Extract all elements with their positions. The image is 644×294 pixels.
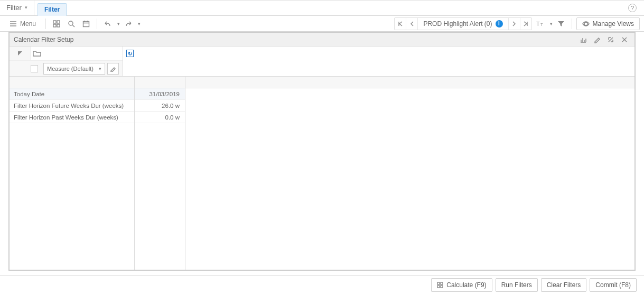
menu-button-label: Menu bbox=[20, 20, 36, 27]
alert-last-icon[interactable] bbox=[520, 18, 531, 30]
svg-point-4 bbox=[69, 21, 73, 25]
refresh-icon[interactable]: ↻ bbox=[126, 50, 134, 57]
clear-filters-button[interactable]: Clear Filters bbox=[541, 278, 587, 292]
layout-icon[interactable] bbox=[50, 17, 63, 30]
svg-rect-11 bbox=[437, 286, 440, 288]
svg-rect-10 bbox=[441, 282, 443, 284]
footer-actions: Calculate (F9) Run Filters Clear Filters… bbox=[0, 275, 644, 294]
column-header-values bbox=[135, 77, 185, 88]
help-icon[interactable]: ? bbox=[628, 4, 637, 12]
svg-rect-12 bbox=[441, 286, 443, 288]
chevron-down-icon: ▾ bbox=[25, 5, 27, 10]
undo-dropdown-icon[interactable]: ▾ bbox=[117, 21, 120, 26]
manage-views-label: Manage Views bbox=[593, 20, 634, 27]
commit-button[interactable]: Commit (F8) bbox=[590, 278, 637, 292]
svg-point-8 bbox=[584, 22, 587, 25]
measure-selector[interactable]: Measure (Default) ▾ bbox=[43, 63, 105, 75]
run-filters-label: Run Filters bbox=[501, 281, 532, 289]
edit-icon[interactable] bbox=[591, 34, 603, 45]
alert-first-icon[interactable] bbox=[395, 18, 406, 30]
info-icon: i bbox=[496, 20, 503, 27]
tab-filter-label: Filter bbox=[44, 6, 60, 13]
folder-icon[interactable] bbox=[31, 47, 123, 60]
manage-views-button[interactable]: Manage Views bbox=[576, 17, 640, 30]
cell-value[interactable]: 26.0 w bbox=[135, 100, 185, 112]
tab-group-text: Filter bbox=[6, 4, 22, 12]
grid-header-area: Measure (Default) ▾ ↻ bbox=[10, 47, 634, 77]
panel: Calendar Filter Setup bbox=[8, 32, 636, 271]
cell-value[interactable]: 0.0 w bbox=[135, 112, 185, 123]
redo-dropdown-icon[interactable]: ▾ bbox=[138, 21, 141, 26]
toolbar: Menu ▾ ▾ PROD Highlight Alert (0) i bbox=[0, 16, 644, 32]
redo-icon[interactable] bbox=[122, 17, 135, 30]
toolbar-right: PROD Highlight Alert (0) i TT ▾ Manage V… bbox=[394, 17, 640, 30]
tab-group-label[interactable]: Filter ▾ bbox=[0, 0, 34, 15]
alert-label-text: PROD Highlight Alert (0) bbox=[423, 20, 492, 27]
cell-value[interactable]: 31/03/2019 bbox=[135, 88, 185, 100]
chevron-down-icon: ▾ bbox=[99, 66, 101, 71]
tab-strip: Filter ▾ Filter ? bbox=[0, 0, 644, 16]
separator bbox=[45, 19, 46, 29]
tab-filter[interactable]: Filter bbox=[38, 3, 67, 16]
svg-rect-0 bbox=[53, 21, 56, 23]
edit-measure-icon[interactable] bbox=[107, 63, 119, 75]
row-label[interactable]: Filter Horizon Past Weeks Dur (weeks) bbox=[10, 112, 134, 123]
expand-icon[interactable] bbox=[605, 34, 617, 45]
svg-rect-2 bbox=[53, 24, 56, 27]
row-label[interactable]: Filter Horizon Future Weeks Dur (weeks) bbox=[10, 100, 134, 112]
row-label[interactable]: Today Date bbox=[10, 88, 134, 100]
measure-selector-label: Measure (Default) bbox=[47, 66, 94, 72]
funnel-filter-icon[interactable] bbox=[555, 17, 567, 30]
undo-icon[interactable] bbox=[101, 17, 114, 30]
panel-title-bar: Calendar Filter Setup bbox=[10, 33, 634, 47]
separator bbox=[97, 19, 97, 29]
clear-filters-label: Clear Filters bbox=[547, 281, 581, 289]
svg-rect-9 bbox=[437, 282, 440, 284]
svg-rect-1 bbox=[57, 21, 60, 23]
run-filters-button[interactable]: Run Filters bbox=[496, 278, 538, 292]
alert-navigator: PROD Highlight Alert (0) i bbox=[394, 17, 531, 30]
commit-label: Commit (F8) bbox=[595, 281, 631, 289]
alert-prev-icon[interactable] bbox=[406, 18, 418, 30]
calculate-label: Calculate (F9) bbox=[446, 281, 486, 289]
calculate-button[interactable]: Calculate (F9) bbox=[431, 278, 492, 292]
column-header-labels bbox=[10, 77, 134, 88]
menu-button[interactable]: Menu bbox=[4, 17, 41, 30]
svg-rect-3 bbox=[57, 24, 60, 27]
svg-rect-5 bbox=[83, 21, 89, 26]
separator bbox=[572, 19, 572, 29]
svg-text:T: T bbox=[540, 22, 543, 27]
search-icon[interactable] bbox=[65, 17, 78, 30]
calendar-icon[interactable] bbox=[80, 17, 92, 30]
alert-next-icon[interactable] bbox=[508, 18, 520, 30]
panel-title: Calendar Filter Setup bbox=[14, 36, 73, 43]
svg-text:T: T bbox=[536, 21, 540, 27]
alert-label[interactable]: PROD Highlight Alert (0) i bbox=[418, 20, 508, 27]
checkbox[interactable] bbox=[31, 65, 38, 72]
text-size-dropdown-icon[interactable]: ▾ bbox=[550, 21, 553, 26]
close-icon[interactable] bbox=[619, 34, 630, 45]
text-size-icon[interactable]: TT bbox=[534, 17, 547, 30]
chart-icon[interactable] bbox=[577, 34, 589, 45]
column-header-empty bbox=[185, 77, 634, 88]
expand-all-icon[interactable] bbox=[10, 47, 31, 60]
data-grid: Today Date Filter Horizon Future Weeks D… bbox=[10, 77, 634, 270]
